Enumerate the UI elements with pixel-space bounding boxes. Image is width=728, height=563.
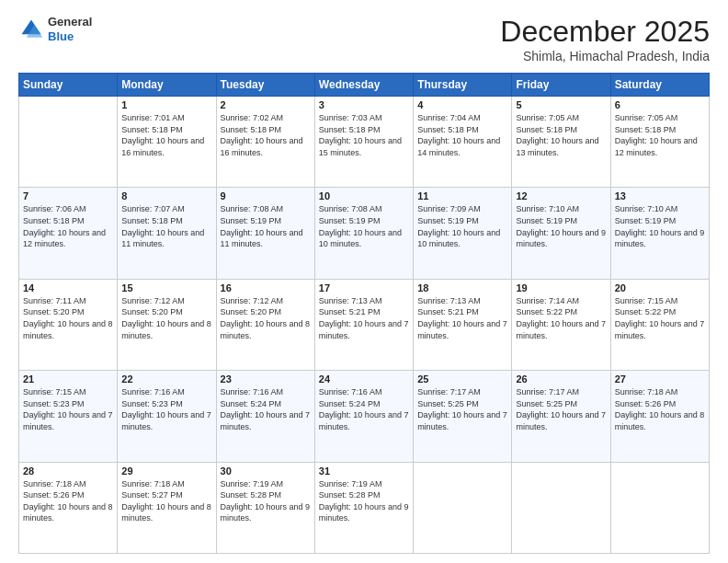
header-friday: Friday xyxy=(512,74,610,97)
day-number: 11 xyxy=(417,190,507,201)
day-number: 3 xyxy=(319,99,409,110)
calendar-week-4: 21Sunrise: 7:15 AMSunset: 5:23 PMDayligh… xyxy=(19,371,710,462)
day-number: 27 xyxy=(615,373,705,385)
day-number: 10 xyxy=(319,190,409,201)
logo-blue: Blue xyxy=(48,29,92,44)
calendar-cell: 3Sunrise: 7:03 AMSunset: 5:18 PMDaylight… xyxy=(314,97,413,188)
day-info: Sunrise: 7:05 AMSunset: 5:18 PMDaylight:… xyxy=(516,112,606,158)
day-info: Sunrise: 7:08 AMSunset: 5:19 PMDaylight:… xyxy=(221,203,311,249)
calendar-header-row: SundayMondayTuesdayWednesdayThursdayFrid… xyxy=(19,74,710,97)
logo-icon xyxy=(18,17,44,42)
day-number: 7 xyxy=(23,190,113,201)
day-number: 6 xyxy=(615,99,705,110)
day-number: 1 xyxy=(121,99,211,110)
calendar-cell: 31Sunrise: 7:19 AMSunset: 5:28 PMDayligh… xyxy=(314,462,413,553)
calendar-cell: 21Sunrise: 7:15 AMSunset: 5:23 PMDayligh… xyxy=(19,371,118,462)
month-title: December 2025 xyxy=(500,15,710,49)
day-info: Sunrise: 7:18 AMSunset: 5:26 PMDaylight:… xyxy=(615,386,705,432)
day-info: Sunrise: 7:08 AMSunset: 5:19 PMDaylight:… xyxy=(319,203,409,249)
calendar-cell: 13Sunrise: 7:10 AMSunset: 5:19 PMDayligh… xyxy=(610,188,709,279)
calendar-cell xyxy=(512,462,610,553)
header-wednesday: Wednesday xyxy=(314,74,413,97)
calendar-cell: 30Sunrise: 7:19 AMSunset: 5:28 PMDayligh… xyxy=(216,462,314,553)
calendar-cell: 27Sunrise: 7:18 AMSunset: 5:26 PMDayligh… xyxy=(610,371,709,462)
day-number: 31 xyxy=(319,465,409,477)
header-saturday: Saturday xyxy=(610,74,709,97)
day-info: Sunrise: 7:09 AMSunset: 5:19 PMDaylight:… xyxy=(417,203,507,249)
day-info: Sunrise: 7:11 AMSunset: 5:20 PMDaylight:… xyxy=(23,295,113,341)
header-tuesday: Tuesday xyxy=(216,74,314,97)
calendar-week-5: 28Sunrise: 7:18 AMSunset: 5:26 PMDayligh… xyxy=(19,462,710,553)
day-number: 24 xyxy=(319,373,409,385)
calendar-cell: 7Sunrise: 7:06 AMSunset: 5:18 PMDaylight… xyxy=(19,188,118,279)
calendar-cell: 18Sunrise: 7:13 AMSunset: 5:21 PMDayligh… xyxy=(414,279,512,370)
calendar-cell xyxy=(610,462,709,553)
logo-general: General xyxy=(48,15,92,29)
header-sunday: Sunday xyxy=(19,74,118,97)
day-info: Sunrise: 7:10 AMSunset: 5:19 PMDaylight:… xyxy=(516,203,606,249)
day-info: Sunrise: 7:16 AMSunset: 5:24 PMDaylight:… xyxy=(319,386,409,432)
page: General Blue December 2025 Shimla, Himac… xyxy=(0,0,728,563)
day-number: 30 xyxy=(221,465,311,477)
day-info: Sunrise: 7:13 AMSunset: 5:21 PMDaylight:… xyxy=(417,295,507,341)
calendar-cell: 2Sunrise: 7:02 AMSunset: 5:18 PMDaylight… xyxy=(216,97,314,188)
calendar-cell: 24Sunrise: 7:16 AMSunset: 5:24 PMDayligh… xyxy=(314,371,413,462)
calendar-week-1: 1Sunrise: 7:01 AMSunset: 5:18 PMDaylight… xyxy=(19,97,710,188)
day-number: 5 xyxy=(516,99,606,110)
day-info: Sunrise: 7:05 AMSunset: 5:18 PMDaylight:… xyxy=(615,112,705,158)
day-number: 20 xyxy=(615,282,705,293)
day-number: 21 xyxy=(23,373,113,385)
day-info: Sunrise: 7:17 AMSunset: 5:25 PMDaylight:… xyxy=(516,386,606,432)
calendar-cell: 10Sunrise: 7:08 AMSunset: 5:19 PMDayligh… xyxy=(314,188,413,279)
day-info: Sunrise: 7:16 AMSunset: 5:24 PMDaylight:… xyxy=(221,386,311,432)
day-number: 13 xyxy=(615,190,705,201)
day-info: Sunrise: 7:10 AMSunset: 5:19 PMDaylight:… xyxy=(615,203,705,249)
calendar-cell: 15Sunrise: 7:12 AMSunset: 5:20 PMDayligh… xyxy=(118,279,216,370)
day-number: 15 xyxy=(121,282,211,293)
day-number: 23 xyxy=(221,373,311,385)
day-info: Sunrise: 7:16 AMSunset: 5:23 PMDaylight:… xyxy=(121,386,211,432)
header-thursday: Thursday xyxy=(414,74,512,97)
day-info: Sunrise: 7:19 AMSunset: 5:28 PMDaylight:… xyxy=(221,478,311,524)
day-info: Sunrise: 7:04 AMSunset: 5:18 PMDaylight:… xyxy=(417,112,507,158)
calendar-cell: 11Sunrise: 7:09 AMSunset: 5:19 PMDayligh… xyxy=(414,188,512,279)
day-info: Sunrise: 7:07 AMSunset: 5:18 PMDaylight:… xyxy=(121,203,211,249)
day-number: 2 xyxy=(221,99,311,110)
calendar-cell: 14Sunrise: 7:11 AMSunset: 5:20 PMDayligh… xyxy=(19,279,118,370)
calendar-cell: 20Sunrise: 7:15 AMSunset: 5:22 PMDayligh… xyxy=(610,279,709,370)
day-info: Sunrise: 7:15 AMSunset: 5:22 PMDaylight:… xyxy=(615,295,705,341)
calendar-cell: 4Sunrise: 7:04 AMSunset: 5:18 PMDaylight… xyxy=(414,97,512,188)
day-number: 17 xyxy=(319,282,409,293)
calendar-table: SundayMondayTuesdayWednesdayThursdayFrid… xyxy=(18,73,710,554)
calendar-cell: 28Sunrise: 7:18 AMSunset: 5:26 PMDayligh… xyxy=(19,462,118,553)
calendar-cell: 25Sunrise: 7:17 AMSunset: 5:25 PMDayligh… xyxy=(414,371,512,462)
calendar-cell: 29Sunrise: 7:18 AMSunset: 5:27 PMDayligh… xyxy=(118,462,216,553)
day-number: 4 xyxy=(417,99,507,110)
calendar-cell: 8Sunrise: 7:07 AMSunset: 5:18 PMDaylight… xyxy=(118,188,216,279)
calendar-cell: 26Sunrise: 7:17 AMSunset: 5:25 PMDayligh… xyxy=(512,371,610,462)
calendar-cell: 19Sunrise: 7:14 AMSunset: 5:22 PMDayligh… xyxy=(512,279,610,370)
day-info: Sunrise: 7:15 AMSunset: 5:23 PMDaylight:… xyxy=(23,386,113,432)
day-info: Sunrise: 7:19 AMSunset: 5:28 PMDaylight:… xyxy=(319,478,409,524)
day-info: Sunrise: 7:12 AMSunset: 5:20 PMDaylight:… xyxy=(121,295,211,341)
calendar-week-2: 7Sunrise: 7:06 AMSunset: 5:18 PMDaylight… xyxy=(19,188,710,279)
calendar-cell: 5Sunrise: 7:05 AMSunset: 5:18 PMDaylight… xyxy=(512,97,610,188)
header: General Blue December 2025 Shimla, Himac… xyxy=(18,15,710,63)
day-number: 22 xyxy=(121,373,211,385)
logo: General Blue xyxy=(18,15,92,43)
day-number: 25 xyxy=(417,373,507,385)
calendar-cell: 6Sunrise: 7:05 AMSunset: 5:18 PMDaylight… xyxy=(610,97,709,188)
day-number: 12 xyxy=(516,190,606,201)
location-subtitle: Shimla, Himachal Pradesh, India xyxy=(500,49,710,63)
calendar-cell: 23Sunrise: 7:16 AMSunset: 5:24 PMDayligh… xyxy=(216,371,314,462)
day-number: 19 xyxy=(516,282,606,293)
header-monday: Monday xyxy=(118,74,216,97)
calendar-cell: 1Sunrise: 7:01 AMSunset: 5:18 PMDaylight… xyxy=(118,97,216,188)
day-info: Sunrise: 7:13 AMSunset: 5:21 PMDaylight:… xyxy=(319,295,409,341)
day-number: 29 xyxy=(121,465,211,477)
day-number: 26 xyxy=(516,373,606,385)
day-info: Sunrise: 7:18 AMSunset: 5:27 PMDaylight:… xyxy=(121,478,211,524)
day-number: 8 xyxy=(121,190,211,201)
calendar-cell: 12Sunrise: 7:10 AMSunset: 5:19 PMDayligh… xyxy=(512,188,610,279)
calendar-cell: 17Sunrise: 7:13 AMSunset: 5:21 PMDayligh… xyxy=(314,279,413,370)
